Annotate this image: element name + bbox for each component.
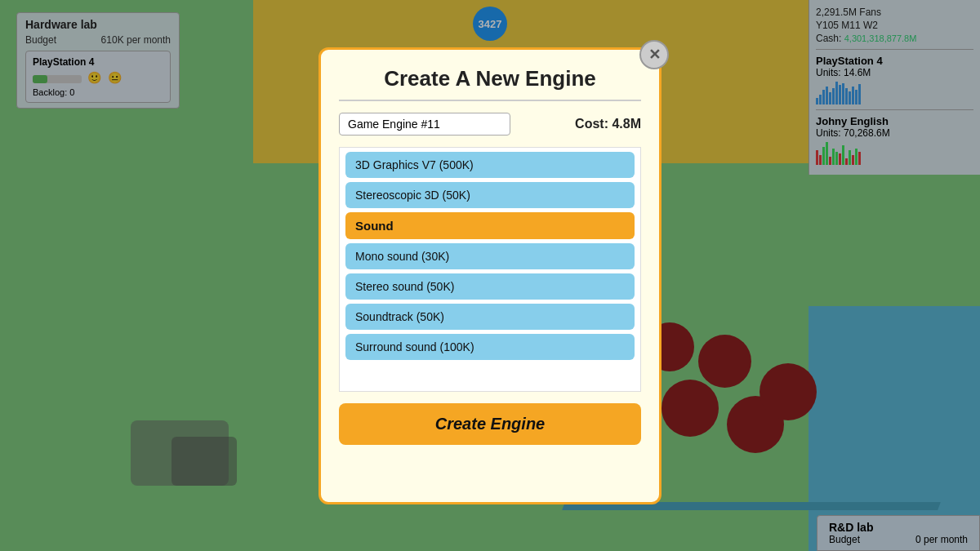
modal-overlay: ✕ Create A New Engine Cost: 4.8M 3D Grap… xyxy=(0,0,980,551)
engine-name-input[interactable] xyxy=(339,113,510,136)
feature-item[interactable]: Stereoscopic 3D (50K) xyxy=(345,182,635,208)
features-list[interactable]: 3D Graphics V7 (500K)Stereoscopic 3D (50… xyxy=(339,147,641,392)
engine-cost-label: Cost: 4.8M xyxy=(575,117,641,131)
close-icon: ✕ xyxy=(648,46,661,64)
create-engine-modal: ✕ Create A New Engine Cost: 4.8M 3D Grap… xyxy=(318,47,662,504)
create-engine-button[interactable]: Create Engine xyxy=(339,403,641,445)
feature-item[interactable]: Stereo sound (50K) xyxy=(345,273,635,300)
feature-item[interactable]: 3D Graphics V7 (500K) xyxy=(345,152,635,178)
feature-item[interactable]: Surround sound (100K) xyxy=(345,334,635,360)
feature-category: Sound xyxy=(345,212,635,239)
feature-item[interactable]: Mono sound (30K) xyxy=(345,243,635,269)
feature-item[interactable]: Soundtrack (50K) xyxy=(345,304,635,330)
modal-name-cost-row: Cost: 4.8M xyxy=(339,113,641,136)
modal-title: Create A New Engine xyxy=(339,66,641,101)
modal-close-button[interactable]: ✕ xyxy=(639,40,669,69)
